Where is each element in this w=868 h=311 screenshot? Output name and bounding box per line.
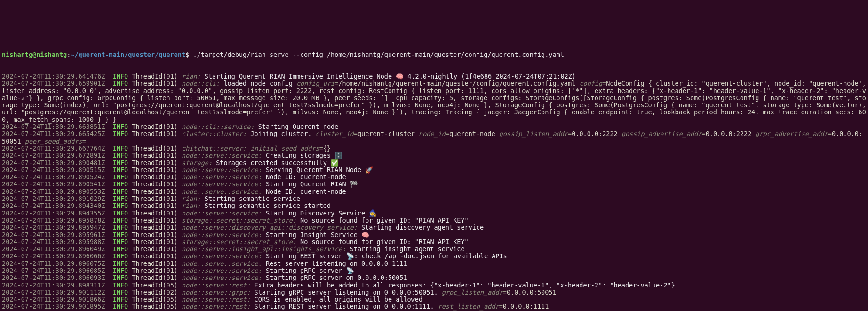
log-line: 2024-07-24T11:30:29.901112Z INFO ThreadI… <box>2 289 866 296</box>
log-thread: ThreadId(01) <box>132 72 178 80</box>
log-module: node::serve::service: <box>182 152 262 159</box>
log-line: 2024-07-24T11:30:29.901895Z INFO ThreadI… <box>2 303 866 310</box>
log-message: Starting insight agent service <box>346 245 465 253</box>
log-kv-key: gossip_listen_addr <box>499 130 568 137</box>
log-message: Starting semantic service started <box>201 202 331 209</box>
log-timestamp: 2024-07-24T11:30:29.890524Z <box>2 173 105 181</box>
log-line: 2024-07-24T11:30:29.890524Z INFO ThreadI… <box>2 174 866 181</box>
log-thread: ThreadId(01) <box>132 144 178 152</box>
log-thread: ThreadId(01) <box>132 180 178 188</box>
log-kv-val: querent-node <box>449 130 495 137</box>
log-kv-val: /home/nishantg/querent-main/quester/conf… <box>338 80 575 87</box>
log-message: Starting Querent RIAN Immersive Intellig… <box>201 72 576 80</box>
log-timestamp: 2024-07-24T11:30:29.895988Z <box>2 238 105 246</box>
log-line: 2024-07-24T11:30:29.659901Z INFO ThreadI… <box>2 80 866 123</box>
log-line: 2024-07-24T11:30:29.901866Z INFO ThreadI… <box>2 296 866 303</box>
log-thread: ThreadId(01) <box>132 267 178 274</box>
log-line: 2024-07-24T11:30:29.898311Z INFO ThreadI… <box>2 282 866 289</box>
log-message: loaded node config <box>220 80 296 87</box>
log-level: INFO <box>113 130 128 137</box>
log-thread: ThreadId(01) <box>132 130 178 137</box>
log-timestamp: 2024-07-24T11:30:29.898311Z <box>2 281 105 289</box>
log-level: INFO <box>113 281 128 289</box>
log-module: node::serve::service: <box>182 166 262 174</box>
log-kv-eq: = <box>82 137 86 145</box>
log-message: Joining cluster. <box>247 130 315 137</box>
log-module: node::serve::service: <box>182 260 262 267</box>
log-module: chitchat::server: <box>182 144 247 152</box>
log-timestamp: 2024-07-24T11:30:29.901112Z <box>2 288 105 296</box>
log-timestamp: 2024-07-24T11:30:29.896085Z <box>2 267 105 274</box>
log-level: INFO <box>113 252 128 260</box>
log-kv-key: cluster_id <box>316 130 354 137</box>
log-thread: ThreadId(01) <box>132 80 178 87</box>
log-thread: ThreadId(01) <box>132 252 178 260</box>
log-thread: ThreadId(01) <box>132 188 178 195</box>
log-level: INFO <box>113 152 128 159</box>
log-thread: ThreadId(05) <box>132 281 178 289</box>
log-message: CORS is enabled, all origins will be all… <box>250 295 422 303</box>
log-module: rian: <box>182 72 201 80</box>
log-line: 2024-07-24T11:30:29.890541Z INFO ThreadI… <box>2 181 866 188</box>
log-thread: ThreadId(01) <box>132 245 178 253</box>
log-message: Extra headers will be added to all respo… <box>250 281 675 289</box>
log-level: INFO <box>113 231 128 239</box>
log-module: node::serve::insight_api::insights_servi… <box>182 245 346 253</box>
prompt-user: nishantg@nishantg <box>2 51 67 58</box>
log-timestamp: 2024-07-24T11:30:29.895878Z <box>2 216 105 224</box>
log-timestamp: 2024-07-24T11:30:29.890541Z <box>2 180 105 188</box>
log-line: 2024-07-24T11:30:29.895988Z INFO ThreadI… <box>2 239 866 246</box>
log-timestamp: 2024-07-24T11:30:29.896093Z <box>2 274 105 281</box>
log-timestamp: 2024-07-24T11:30:29.896075Z <box>2 260 105 267</box>
log-line: 2024-07-24T11:30:29.667764Z INFO ThreadI… <box>2 145 866 152</box>
log-message: Rest server listening on 0.0.0.0:1111 <box>262 260 407 267</box>
log-level: INFO <box>113 123 128 130</box>
log-kv-key: grpc_advertise_addr <box>755 130 828 137</box>
log-message: Starting Discovery Service 🧙 <box>262 209 377 217</box>
log-line: 2024-07-24T11:30:29.896049Z INFO ThreadI… <box>2 246 866 253</box>
log-level: INFO <box>113 202 128 209</box>
log-thread: ThreadId(01) <box>132 274 178 281</box>
log-thread: ThreadId(01) <box>132 209 178 217</box>
log-level: INFO <box>113 144 128 152</box>
log-message: Serving Querent RIAN Node 🚀 <box>262 166 373 174</box>
log-message: Starting Querent RIAN 🏁 <box>262 180 358 188</box>
log-level: INFO <box>113 274 128 281</box>
log-line: 2024-07-24T11:30:29.896075Z INFO ThreadI… <box>2 260 866 267</box>
log-kv-key: peer_seed_addrs <box>25 137 82 145</box>
log-timestamp: 2024-07-24T11:30:29.667764Z <box>2 144 105 152</box>
log-kv-val: 0.0.0.0:1111 <box>503 303 549 310</box>
log-level: INFO <box>113 267 128 274</box>
log-line: 2024-07-24T11:30:29.641476Z INFO ThreadI… <box>2 73 866 80</box>
log-timestamp: 2024-07-24T11:30:29.894340Z <box>2 202 105 209</box>
log-line: 2024-07-24T11:30:29.896093Z INFO ThreadI… <box>2 274 866 281</box>
log-level: INFO <box>113 245 128 253</box>
log-level: INFO <box>113 80 128 87</box>
log-module: node::serve::service: <box>182 252 262 260</box>
log-module: node::serve::rest: <box>182 281 250 289</box>
log-kv-val: querent-cluster <box>358 130 415 137</box>
log-module: storage: <box>182 159 212 167</box>
log-kv-val: {} <box>323 144 331 152</box>
terminal[interactable]: nishantg@nishantg:~/querent-main/quester… <box>0 36 868 311</box>
log-timestamp: 2024-07-24T11:30:29.663851Z <box>2 123 105 130</box>
log-module: node::cli::service: <box>182 123 254 130</box>
log-level: INFO <box>113 166 128 174</box>
log-thread: ThreadId(01) <box>132 238 178 246</box>
log-level: INFO <box>113 223 128 231</box>
log-message: No source found for given ID: "RIAN_API_… <box>296 238 469 246</box>
log-line: 2024-07-24T11:30:29.890481Z INFO ThreadI… <box>2 159 866 167</box>
log-module: storage::secret::secret_store: <box>182 216 296 224</box>
log-module: node::serve::service: <box>182 180 262 188</box>
log-message: No source found for given ID: "RIAN_API_… <box>296 216 469 224</box>
log-level: INFO <box>113 209 128 217</box>
log-line: 2024-07-24T11:30:29.896066Z INFO ThreadI… <box>2 253 866 260</box>
log-kv-key: rest_listen_addr <box>438 303 499 310</box>
log-level: INFO <box>113 260 128 267</box>
log-line: 2024-07-24T11:30:29.672891Z INFO ThreadI… <box>2 152 866 159</box>
log-timestamp: 2024-07-24T11:30:29.890515Z <box>2 166 105 174</box>
log-line: 2024-07-24T11:30:29.890553Z INFO ThreadI… <box>2 188 866 195</box>
log-kv-eq: = <box>503 288 507 296</box>
log-timestamp: 2024-07-24T11:30:29.659901Z <box>2 80 105 87</box>
log-timestamp: 2024-07-24T11:30:29.665425Z <box>2 130 105 137</box>
